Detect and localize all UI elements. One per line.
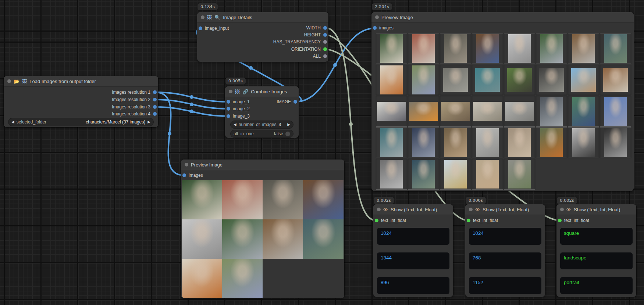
value-box[interactable]: portrait: [560, 277, 633, 294]
collapse-dot[interactable]: [185, 163, 188, 166]
value-box[interactable]: 1152: [469, 277, 541, 294]
collapse-dot[interactable]: [375, 15, 379, 19]
preview-image-cell[interactable]: [408, 128, 439, 158]
preview-image-cell[interactable]: [472, 159, 503, 190]
preview-image-cell[interactable]: [504, 128, 535, 158]
preview-image-cell[interactable]: [303, 180, 344, 219]
value-box[interactable]: 1024: [469, 228, 541, 245]
output-images-resolution-1[interactable]: Images resolution 1: [112, 89, 157, 96]
node-show-3[interactable]: 👁 Show (Text, Int, Float) text_int_float…: [556, 204, 636, 297]
preview-image-cell[interactable]: [440, 65, 471, 96]
number-of-images-widget[interactable]: ◀ number_of_images 3 ▶: [230, 121, 293, 129]
value-box[interactable]: 1344: [377, 252, 449, 269]
preview-image-cell[interactable]: [376, 65, 407, 96]
preview-image-cell[interactable]: [376, 96, 407, 127]
input-image-input[interactable]: image_input: [199, 25, 229, 32]
preview-image-cell[interactable]: [440, 159, 471, 190]
node-image-details[interactable]: 🖼 🔍 Image Details image_input WIDTH HEIG…: [197, 12, 328, 62]
node-header[interactable]: 🖼 🔗 Combine Images: [225, 86, 299, 97]
preview-image-cell[interactable]: [222, 259, 263, 298]
preview-image-cell[interactable]: [472, 33, 503, 64]
preview-image-cell[interactable]: [222, 219, 263, 259]
node-preview-image-small[interactable]: Preview Image images: [181, 159, 344, 298]
preview-image-cell[interactable]: [440, 33, 471, 64]
preview-image-cell[interactable]: [263, 180, 303, 219]
input-dot[interactable]: [199, 26, 202, 30]
output-dot[interactable]: [323, 33, 327, 37]
link-dot[interactable]: [168, 132, 171, 136]
input-images[interactable]: images: [373, 25, 394, 31]
node-header[interactable]: 👁 Show (Text, Int, Float): [556, 204, 636, 215]
node-combine-images[interactable]: 🖼 🔗 Combine Images image_1 image_2 image…: [225, 86, 299, 138]
preview-image-cell[interactable]: [600, 65, 631, 96]
preview-image-cell[interactable]: [408, 33, 439, 64]
output-dot[interactable]: [293, 100, 297, 104]
output-dot[interactable]: [153, 105, 157, 109]
preview-image-cell[interactable]: [182, 259, 222, 298]
link-dot[interactable]: [349, 122, 353, 126]
preview-image-cell[interactable]: [376, 128, 407, 158]
preview-image-cell[interactable]: [440, 128, 471, 158]
collapse-dot[interactable]: [560, 208, 564, 211]
output-height[interactable]: HEIGHT: [304, 32, 327, 38]
preview-image-cell[interactable]: [222, 180, 263, 219]
link-dot[interactable]: [190, 110, 193, 113]
preview-image-cell[interactable]: [504, 159, 535, 190]
preview-image-cell[interactable]: [263, 219, 303, 259]
node-show-2[interactable]: 👁 Show (Text, Int, Float) text_int_float…: [465, 204, 545, 297]
input-image-2[interactable]: image_2: [227, 105, 250, 112]
next-arrow-icon[interactable]: ▶: [147, 120, 150, 124]
value-box[interactable]: landscape: [560, 252, 633, 269]
node-header[interactable]: Preview Image: [371, 12, 634, 23]
preview-image-cell[interactable]: [568, 65, 599, 96]
preview-image-cell[interactable]: [568, 96, 599, 127]
node-load-images[interactable]: 📂 🖼 Load Images from output folder Image…: [4, 76, 158, 127]
node-header[interactable]: 👁 Show (Text, Int, Float): [373, 204, 453, 215]
value-box[interactable]: square: [560, 228, 633, 245]
input-dot[interactable]: [182, 173, 186, 177]
input-dot[interactable]: [558, 219, 562, 222]
preview-image-cell[interactable]: [504, 96, 535, 127]
preview-image-cell[interactable]: [536, 96, 567, 127]
preview-image-cell[interactable]: [303, 219, 344, 259]
preview-image-cell[interactable]: [376, 159, 407, 190]
node-header[interactable]: 👁 Show (Text, Int, Float): [465, 204, 545, 215]
input-dot[interactable]: [467, 219, 470, 222]
input-text-int-float[interactable]: text_int_float: [558, 217, 589, 224]
preview-image-cell[interactable]: [408, 96, 439, 127]
output-image[interactable]: IMAGE: [277, 98, 297, 105]
input-dot[interactable]: [227, 100, 230, 104]
preview-image-cell[interactable]: [408, 65, 439, 96]
collapse-dot[interactable]: [469, 208, 473, 211]
preview-image-cell[interactable]: [600, 96, 631, 127]
link-dot[interactable]: [333, 63, 337, 67]
input-images[interactable]: images: [182, 172, 203, 179]
collapse-dot[interactable]: [201, 15, 204, 19]
input-image-3[interactable]: image_3: [227, 113, 250, 119]
preview-image-cell[interactable]: [536, 65, 567, 96]
output-dot[interactable]: [323, 47, 327, 51]
node-preview-image-large[interactable]: Preview Image images: [371, 12, 634, 191]
collapse-dot[interactable]: [7, 79, 11, 83]
preview-image-cell[interactable]: [536, 33, 567, 64]
preview-image-cell[interactable]: [440, 96, 471, 127]
node-header[interactable]: 📂 🖼 Load Images from output folder: [4, 76, 158, 87]
preview-image-cell[interactable]: [600, 33, 631, 64]
preview-image-cell[interactable]: [408, 159, 439, 190]
output-dot[interactable]: [153, 112, 157, 116]
node-show-1[interactable]: 👁 Show (Text, Int, Float) text_int_float…: [373, 204, 453, 297]
preview-image-cell[interactable]: [376, 33, 407, 64]
preview-image-cell[interactable]: [504, 33, 535, 64]
next-arrow-icon[interactable]: ▶: [287, 123, 290, 126]
preview-image-cell[interactable]: [536, 128, 567, 158]
toggle-knob[interactable]: [285, 132, 290, 136]
output-orientation[interactable]: ORIENTATION: [291, 46, 327, 53]
output-dot[interactable]: [153, 98, 157, 101]
value-box[interactable]: 896: [377, 277, 449, 294]
node-header[interactable]: Preview Image: [181, 159, 344, 170]
preview-image-cell[interactable]: [472, 65, 503, 96]
prev-arrow-icon[interactable]: ◀: [234, 123, 236, 126]
input-dot[interactable]: [227, 107, 230, 111]
output-width[interactable]: WIDTH: [306, 25, 327, 31]
collapse-dot[interactable]: [377, 208, 381, 211]
